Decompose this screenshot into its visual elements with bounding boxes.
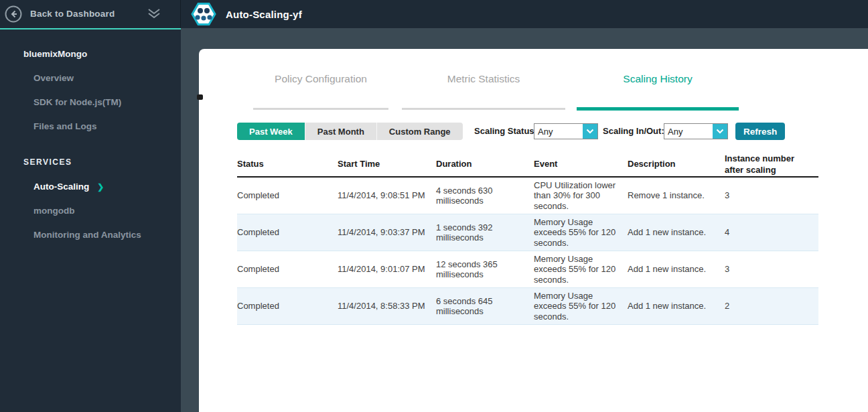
sidebar-app-name: bluemixMongo <box>23 49 87 59</box>
cell-event: Memory Usage exceeds 55% for 120 seconds… <box>534 291 628 322</box>
cell-start-time: 11/4/2014, 9:08:51 PM <box>338 190 436 200</box>
cell-event: Memory Usage exceeds 55% for 120 seconds… <box>534 254 628 285</box>
table-row: Completed 11/4/2014, 9:01:07 PM 12 secon… <box>237 251 818 288</box>
sidebar: bluemixMongo Overview SDK for Node.js(TM… <box>0 29 181 412</box>
past-month-button[interactable]: Past Month <box>305 123 376 140</box>
cell-status: Completed <box>237 301 338 311</box>
cell-duration: 1 seconds 392 milliseconds <box>436 222 534 243</box>
table-header-row: Status Start Time Duration Event Descrip… <box>237 153 818 178</box>
cell-status: Completed <box>237 190 338 200</box>
cell-instances: 3 <box>725 190 818 200</box>
time-range-button-group: Past Week Past Month Custom Range <box>237 123 463 140</box>
cell-status: Completed <box>237 227 338 237</box>
filter-bar: Past Week Past Month Custom Range Scalin… <box>199 123 868 141</box>
cell-status: Completed <box>237 264 338 274</box>
table-row: Completed 11/4/2014, 9:03:37 PM 1 second… <box>237 214 818 251</box>
scaling-status-value: Any <box>534 127 583 137</box>
tab-policy-configuration[interactable]: Policy Configuration <box>253 65 388 112</box>
tab-underline <box>577 107 739 111</box>
tab-underline <box>253 108 388 110</box>
content-panel: Policy Configuration Metric Statistics S… <box>199 49 868 412</box>
sidebar-item-auto-scaling[interactable]: Auto-Scaling❯ <box>33 182 104 192</box>
cell-duration: 12 seconds 365 milliseconds <box>436 259 534 280</box>
cell-description: Add 1 new instance. <box>628 264 725 274</box>
column-header-start-time: Start Time <box>338 159 436 169</box>
column-header-description: Description <box>628 159 725 169</box>
chevron-right-icon: ❯ <box>97 182 104 192</box>
past-week-button[interactable]: Past Week <box>237 123 305 140</box>
scaling-history-table: Status Start Time Duration Event Descrip… <box>237 153 818 325</box>
sidebar-item-monitoring-analytics[interactable]: Monitoring and Analytics <box>33 230 141 240</box>
cell-instances: 3 <box>725 264 818 274</box>
sidebar-item-label: Auto-Scaling <box>33 182 89 192</box>
scaling-inout-label: Scaling In/Out: <box>603 126 664 136</box>
cell-instances: 4 <box>725 227 818 237</box>
column-header-instances: Instance number after scaling <box>725 153 818 176</box>
chevron-down-icon[interactable] <box>583 124 597 139</box>
scaling-inout-value: Any <box>664 127 713 137</box>
screen: Back to Dashboard Auto-Scaling-yf bluemi… <box>0 0 868 412</box>
column-header-duration: Duration <box>436 159 534 169</box>
back-arrow-icon[interactable] <box>5 5 22 23</box>
refresh-button[interactable]: Refresh <box>735 123 785 140</box>
sidebar-item-mongodb[interactable]: mongodb <box>33 206 74 216</box>
cell-description: Remove 1 instance. <box>628 190 725 200</box>
cell-event: Memory Usage exceeds 55% for 120 seconds… <box>534 217 628 248</box>
table-row: Completed 11/4/2014, 8:58:33 PM 6 second… <box>237 288 818 325</box>
cell-duration: 6 seconds 645 milliseconds <box>436 296 534 317</box>
sidebar-item-sdk-nodejs[interactable]: SDK for Node.js(TM) <box>33 97 121 107</box>
cell-instances: 2 <box>725 301 818 311</box>
tab-metric-statistics[interactable]: Metric Statistics <box>402 65 565 112</box>
back-label[interactable]: Back to Dashboard <box>30 9 115 19</box>
panel-edge-tick <box>197 94 203 100</box>
column-header-event: Event <box>534 159 628 169</box>
back-to-dashboard[interactable]: Back to Dashboard <box>0 0 181 28</box>
sidebar-item-files-and-logs[interactable]: Files and Logs <box>33 121 97 131</box>
cell-duration: 4 seconds 630 milliseconds <box>436 186 534 206</box>
tab-underline <box>402 108 565 110</box>
scaling-inout-select[interactable]: Any <box>664 123 728 139</box>
cell-event: CPU Utilization lower than 30% for 300 s… <box>534 180 628 211</box>
chevron-down-icon[interactable] <box>713 124 727 139</box>
tab-label: Scaling History <box>577 65 739 85</box>
cell-description: Add 1 new instance. <box>628 301 725 311</box>
tab-scaling-history[interactable]: Scaling History <box>577 65 739 112</box>
auto-scaling-app-icon <box>191 1 216 27</box>
tab-label: Policy Configuration <box>253 65 388 85</box>
sidebar-services-heading: SERVICES <box>23 157 72 167</box>
scaling-status-select[interactable]: Any <box>534 123 598 139</box>
cell-start-time: 11/4/2014, 8:58:33 PM <box>338 301 436 311</box>
cell-start-time: 11/4/2014, 9:03:37 PM <box>338 227 436 237</box>
cell-description: Add 1 new instance. <box>628 227 725 237</box>
top-header: Back to Dashboard Auto-Scaling-yf <box>0 0 868 28</box>
sidebar-item-overview[interactable]: Overview <box>33 73 74 83</box>
column-header-status: Status <box>237 159 338 169</box>
tab-label: Metric Statistics <box>402 65 565 85</box>
scaling-status-label: Scaling Status: <box>474 126 537 136</box>
cell-start-time: 11/4/2014, 9:01:07 PM <box>338 264 436 274</box>
double-chevron-down-icon[interactable] <box>146 7 162 21</box>
custom-range-button[interactable]: Custom Range <box>376 123 463 140</box>
page-title: Auto-Scaling-yf <box>226 9 302 20</box>
table-row: Completed 11/4/2014, 9:08:51 PM 4 second… <box>237 178 818 214</box>
